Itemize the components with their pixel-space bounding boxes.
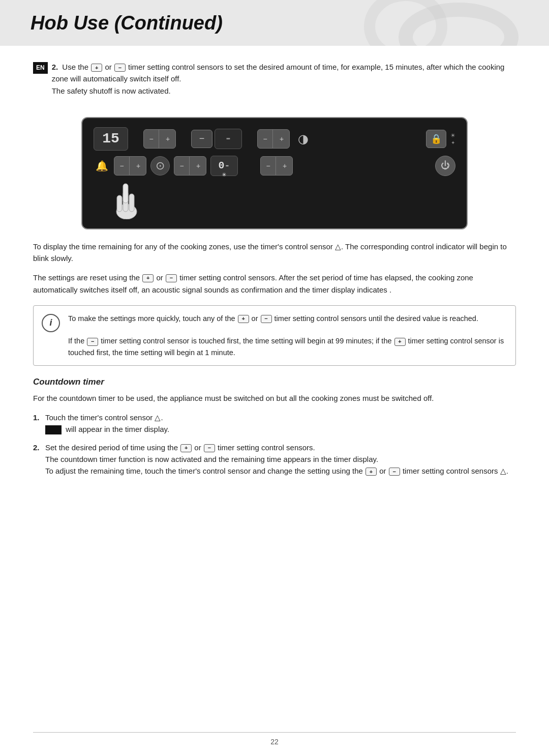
countdown-step-1: 1. Touch the timer's control sensor △. w… <box>33 412 516 435</box>
hand-pointer-svg <box>99 179 149 219</box>
plus-sensor-5: + <box>180 444 192 452</box>
cp-lock-icon: 🔒 <box>426 130 446 148</box>
cp-minus-4: − <box>261 157 276 175</box>
page-number: 22 <box>33 738 516 746</box>
cp-plus-1: + <box>160 130 175 148</box>
svg-rect-3 <box>117 195 122 212</box>
plus-sensor-4: + <box>394 338 406 346</box>
cp-minus-1: − <box>144 130 159 148</box>
step-2-number: 2. <box>52 63 58 71</box>
cp-minus-3: − <box>174 157 190 175</box>
step-2b-content: Set the desired period of time using the… <box>45 442 516 477</box>
countdown-step-2: 2. Set the desired period of time using … <box>33 442 516 477</box>
content-area: EN 2. Use the + or − timer setting contr… <box>0 46 549 513</box>
black-square-indicator <box>45 425 62 434</box>
cp-row-1: 15 − + − - <box>94 127 455 151</box>
minus-sensor-5: − <box>204 444 215 452</box>
body-text-1: To display the time remaining for any of… <box>33 241 516 265</box>
hand-pointer-area <box>94 179 455 219</box>
step-2b-number: 2. <box>33 442 43 453</box>
cp-zone-sensor: ⊙ <box>150 156 170 176</box>
cp-plus-3: + <box>191 157 206 175</box>
cp-brightness-indicator: ☀ ✦ <box>450 132 455 146</box>
cp-plus-2: + <box>274 130 289 148</box>
cp-minus-2: − <box>258 130 273 148</box>
cp-circle-icon: ◑ <box>294 130 312 148</box>
cp-minusplus-1: − + <box>143 129 176 149</box>
page-header: Hob Use (Continued) <box>0 0 549 46</box>
cp-row-2: 🔔 − + ⊙ − + 0- <box>94 156 455 176</box>
cp-plus-bell: + <box>131 157 146 175</box>
cp-plus-4: + <box>277 157 292 175</box>
minus-sensor-4: − <box>87 338 98 346</box>
footer: 22 <box>33 732 516 746</box>
plus-sensor-6: + <box>365 468 377 476</box>
cp-minusplus-bell: − + <box>114 156 146 176</box>
cp-minus-bell: − <box>114 157 130 175</box>
minus-sensor-2: − <box>166 274 177 282</box>
cp-minusplus-2: − + <box>257 129 290 149</box>
countdown-timer-heading: Countdown timer <box>33 377 516 387</box>
minus-sensor-3: − <box>261 315 272 323</box>
info-box: i To make the settings more quickly, tou… <box>33 305 516 366</box>
cp-display-15: 15 <box>94 127 128 151</box>
cp-minusplus-4: − + <box>260 156 293 176</box>
countdown-intro-text: For the countdown timer to be used, the … <box>33 392 516 404</box>
cp-display-dash: - <box>215 129 242 149</box>
svg-rect-2 <box>129 194 134 212</box>
step-1-number: 1. <box>33 412 43 423</box>
cp-dash-area: − - <box>191 129 242 149</box>
svg-rect-4 <box>123 184 128 203</box>
page-wrapper: Hob Use (Continued) EN 2. Use the + or −… <box>0 0 549 756</box>
minus-sensor-6: − <box>389 468 400 476</box>
cp-bell-icon: 🔔 <box>94 158 110 174</box>
page-title: Hob Use (Continued) <box>30 12 223 34</box>
plus-sensor-2: + <box>142 274 154 282</box>
step-2-text: 2. Use the + or − timer setting control … <box>52 61 516 97</box>
info-box-text: To make the settings more quickly, touch… <box>68 313 507 359</box>
cp-display-0: 0- ✳ <box>210 156 238 176</box>
plus-sensor-3: + <box>238 315 249 323</box>
minus-sensor-inline: − <box>114 64 126 72</box>
control-panel: 15 − + − - <box>81 117 468 229</box>
step-1-content: Touch the timer's control sensor △. will… <box>45 412 516 435</box>
body-text-2: The settings are reset using the + or − … <box>33 272 516 296</box>
info-icon: i <box>42 314 60 332</box>
cp-display-0-area: 0- ✳ <box>210 156 238 176</box>
cp-dash-left: − <box>191 130 212 148</box>
step-2-para: EN 2. Use the + or − timer setting contr… <box>33 61 516 97</box>
en-badge: EN <box>33 62 48 74</box>
plus-sensor-inline: + <box>91 64 102 72</box>
cp-minusplus-3: − + <box>174 156 206 176</box>
cp-power-button[interactable]: ⏻ <box>435 156 455 176</box>
